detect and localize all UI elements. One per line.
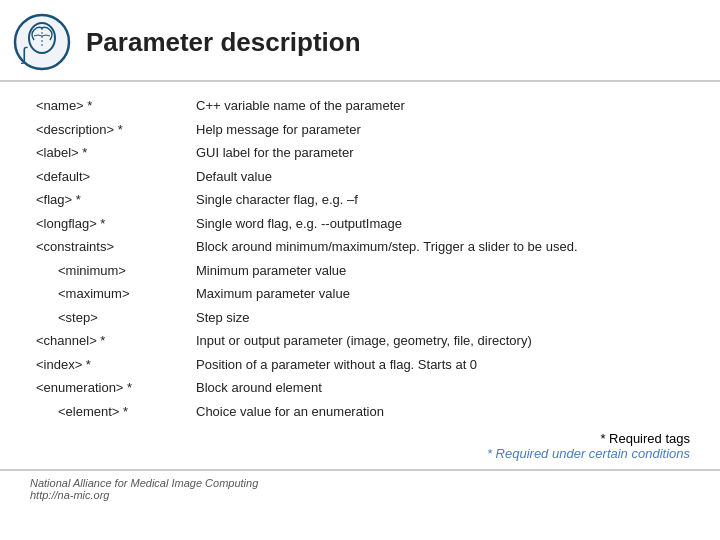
tag-cell: <flag> * xyxy=(30,188,190,212)
tag-cell: <label> * xyxy=(30,141,190,165)
table-row: <enumeration> *Block around element xyxy=(30,376,690,400)
desc-cell: Single word flag, e.g. --outputImage xyxy=(190,212,690,236)
tag-cell: <name> * xyxy=(30,94,190,118)
desc-cell: Default value xyxy=(190,165,690,189)
tag-cell: <maximum> xyxy=(30,282,190,306)
footer: National Alliance for Medical Image Comp… xyxy=(0,469,720,507)
table-row: <element> *Choice value for an enumerati… xyxy=(30,400,690,424)
table-row: <name> *C++ variable name of the paramet… xyxy=(30,94,690,118)
table-row: <constraints>Block around minimum/maximu… xyxy=(30,235,690,259)
required-cond-label: * Required under certain conditions xyxy=(0,446,690,461)
logo-icon: ∫ xyxy=(12,12,72,72)
tag-cell: <constraints> xyxy=(30,235,190,259)
parameter-table: <name> *C++ variable name of the paramet… xyxy=(30,94,690,423)
desc-cell: Position of a parameter without a flag. … xyxy=(190,353,690,377)
footer-line2: http://na-mic.org xyxy=(30,489,690,501)
desc-cell: Input or output parameter (image, geomet… xyxy=(190,329,690,353)
tag-cell: <default> xyxy=(30,165,190,189)
tag-cell: <enumeration> * xyxy=(30,376,190,400)
footer-line1: National Alliance for Medical Image Comp… xyxy=(30,477,690,489)
page-header: ∫ Parameter description xyxy=(0,0,720,82)
desc-cell: GUI label for the parameter xyxy=(190,141,690,165)
tag-cell: <channel> * xyxy=(30,329,190,353)
desc-cell: Maximum parameter value xyxy=(190,282,690,306)
desc-cell: C++ variable name of the parameter xyxy=(190,94,690,118)
desc-cell: Choice value for an enumeration xyxy=(190,400,690,424)
table-row: <flag> *Single character flag, e.g. –f xyxy=(30,188,690,212)
table-row: <minimum>Minimum parameter value xyxy=(30,259,690,283)
tag-cell: <step> xyxy=(30,306,190,330)
table-row: <maximum>Maximum parameter value xyxy=(30,282,690,306)
table-row: <default>Default value xyxy=(30,165,690,189)
tag-cell: <element> * xyxy=(30,400,190,424)
table-row: <step>Step size xyxy=(30,306,690,330)
tag-cell: <longflag> * xyxy=(30,212,190,236)
main-content: <name> *C++ variable name of the paramet… xyxy=(0,82,720,423)
desc-cell: Minimum parameter value xyxy=(190,259,690,283)
tag-cell: <description> * xyxy=(30,118,190,142)
table-row: <channel> *Input or output parameter (im… xyxy=(30,329,690,353)
required-section: * Required tags * Required under certain… xyxy=(0,423,720,465)
tag-cell: <index> * xyxy=(30,353,190,377)
table-row: <description> *Help message for paramete… xyxy=(30,118,690,142)
svg-text:∫: ∫ xyxy=(20,44,28,64)
tag-cell: <minimum> xyxy=(30,259,190,283)
table-row: <label> *GUI label for the parameter xyxy=(30,141,690,165)
desc-cell: Step size xyxy=(190,306,690,330)
desc-cell: Block around minimum/maximum/step. Trigg… xyxy=(190,235,690,259)
page-title: Parameter description xyxy=(86,27,361,58)
desc-cell: Help message for parameter xyxy=(190,118,690,142)
desc-cell: Single character flag, e.g. –f xyxy=(190,188,690,212)
table-row: <index> *Position of a parameter without… xyxy=(30,353,690,377)
desc-cell: Block around element xyxy=(190,376,690,400)
table-row: <longflag> *Single word flag, e.g. --out… xyxy=(30,212,690,236)
required-tags-label: * Required tags xyxy=(0,431,690,446)
